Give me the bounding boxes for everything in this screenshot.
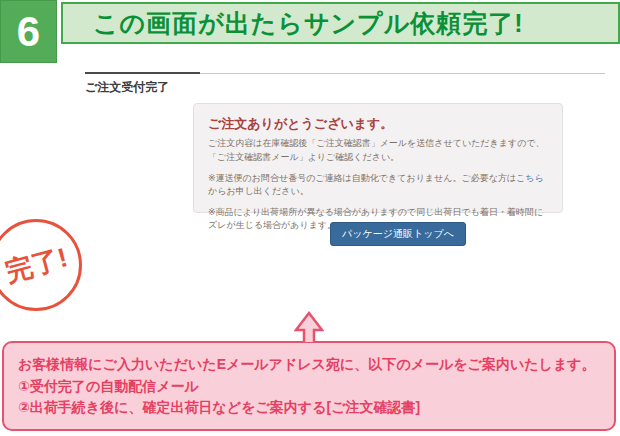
- completion-stamp: 完了!: [0, 219, 82, 311]
- step-title-banner: この画面が出たらサンプル依頼完了!: [61, 2, 620, 44]
- callout-line-3: ②出荷手続き後に、確定出荷日などをご案内する[ご注文確認書]: [18, 397, 600, 419]
- order-complete-screenshot: ご注文受付完了 ご注文ありがとうございます。 ご注文内容は在庫確認後「ご注文確認…: [80, 60, 620, 310]
- callout-line-2: ①受付完了の自動配信メール: [18, 376, 600, 398]
- callout-line-1: お客様情報にご入力いただいたEメールアドレス宛に、以下のメールをご案内いたします…: [18, 354, 600, 376]
- shipping-note-1: ※運送便のお問合せ番号のご連絡は自動化できておりません。ご必要な方はこちらからお…: [208, 172, 548, 198]
- note1-text-post: からお申し出ください。: [208, 186, 309, 196]
- arrow-up-icon: [294, 311, 324, 342]
- order-thanks-heading: ご注文ありがとうございます。: [208, 115, 548, 133]
- section-title: ご注文受付完了: [85, 79, 169, 96]
- completion-stamp-label: 完了!: [1, 239, 71, 290]
- heading-rule: [200, 73, 605, 74]
- kochira-link[interactable]: こちら: [516, 173, 544, 183]
- step-number: 6: [17, 8, 40, 56]
- step-number-badge: 6: [0, 0, 57, 63]
- step-title: この画面が出たらサンプル依頼完了!: [93, 7, 524, 40]
- package-shop-top-button[interactable]: パッケージ通販トップへ: [330, 222, 466, 246]
- note1-text-pre: ※運送便のお問合せ番号のご連絡は自動化できておりません。ご必要な方は: [208, 173, 516, 183]
- email-info-callout: お客様情報にご入力いただいたEメールアドレス宛に、以下のメールをご案内いたします…: [2, 341, 616, 431]
- tutorial-page: 6 この画面が出たらサンプル依頼完了! ご注文受付完了 ご注文ありがとうございま…: [0, 0, 620, 436]
- order-confirmation-text: ご注文内容は在庫確認後「ご注文確認書」メールを送信させていただきますので、「ご注…: [208, 137, 548, 164]
- order-message-box: ご注文ありがとうございます。 ご注文内容は在庫確認後「ご注文確認書」メールを送信…: [193, 103, 563, 213]
- heading-rule-active: [85, 72, 200, 74]
